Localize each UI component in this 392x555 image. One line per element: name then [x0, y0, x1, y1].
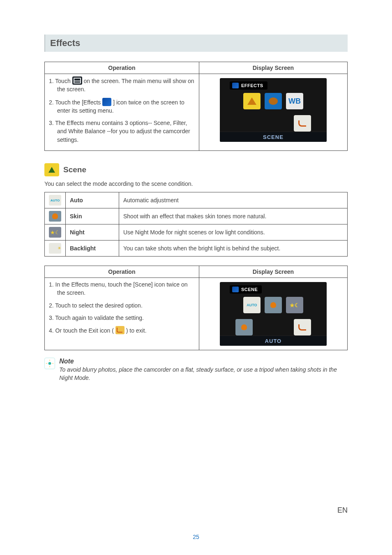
table-row: Skin Shoot with an effect that makes ski…	[45, 208, 348, 224]
screen-logo-icon	[232, 287, 239, 292]
col-display: Display Screen	[199, 266, 347, 278]
step4-part-b: ) to exit.	[126, 327, 147, 334]
screen-title-bar: EFFECTS	[230, 81, 267, 90]
backlight-mode-icon: ☀	[49, 243, 61, 254]
auto-select-icon: AUTO	[243, 297, 261, 313]
screen-title: EFFECTS	[241, 83, 263, 88]
mode-desc: Automatic adjustment	[119, 192, 348, 208]
col-display: Display Screen	[199, 62, 347, 74]
operation-steps: 1. Touch on the screen. The main menu wi…	[45, 74, 199, 151]
return-icon	[294, 319, 311, 335]
screen-caption: SCENE	[263, 134, 284, 140]
language-code: EN	[337, 506, 348, 515]
mode-desc: Use Night Mode for night scenes or low l…	[119, 224, 348, 240]
step1-part-a: 1. Touch	[49, 78, 72, 84]
night-select-icon: ★☾	[286, 297, 303, 313]
wb-option-icon: WB	[286, 93, 303, 109]
scene-badge-icon	[44, 163, 59, 176]
skin-select-icon	[265, 297, 282, 313]
scene-screen-mock: SCENE AUTO ★☾ AUTO	[220, 282, 327, 346]
step3: 3. Touch again to validate the setting.	[49, 314, 195, 322]
screen-logo-icon	[232, 83, 239, 88]
heading-text: Effects	[50, 38, 343, 49]
step1: 1. In the Effects menu, touch the [Scene…	[49, 280, 195, 297]
page-number: 25	[0, 534, 392, 540]
screen-caption-bar: AUTO	[220, 335, 327, 346]
display-screen-cell: EFFECTS WB SCENE	[199, 74, 347, 151]
mode-name: Skin	[70, 213, 82, 220]
scene-heading: Scene	[63, 165, 86, 174]
step3: 3. The Effects menu contains 3 options--…	[49, 119, 195, 144]
col-operation: Operation	[45, 266, 199, 278]
scene-modes-table: AUTO Auto Automatic adjustment Skin Shoo…	[44, 192, 348, 257]
note-body: To avoid blurry photos, place the camcor…	[59, 366, 348, 382]
screen-caption: AUTO	[265, 338, 282, 344]
skin-mode-icon	[49, 211, 61, 222]
screen-title-bar: SCENE	[230, 285, 262, 294]
scene-intro: You can select the mode according to the…	[44, 180, 348, 187]
return-icon	[294, 115, 311, 132]
effects-screen-mock: EFFECTS WB SCENE	[220, 78, 327, 142]
filter-option-icon	[265, 93, 282, 109]
mode-name: Auto	[70, 197, 83, 204]
main-menu-grid-icon	[72, 76, 82, 85]
table-row: AUTO Auto Automatic adjustment	[45, 192, 348, 208]
table-row: ☀ Backlight You can take shots when the …	[45, 240, 348, 257]
mode-name: Night	[70, 229, 85, 236]
mode-desc: You can take shots when the bright light…	[119, 240, 348, 257]
step2: 2. Touch to select the desired option.	[49, 301, 195, 310]
mode-name: Backlight	[70, 245, 96, 252]
mode-desc: Shoot with an effect that makes skin ton…	[119, 208, 348, 224]
table-row: ★☾ Night Use Night Mode for night scenes…	[45, 224, 348, 240]
backlight-select-icon	[235, 319, 253, 335]
section-heading: Effects	[44, 35, 348, 52]
auto-mode-icon: AUTO	[49, 195, 61, 206]
step2-part-a: 2. Touch the [Effects	[49, 99, 102, 106]
col-operation: Operation	[45, 62, 199, 74]
screen-title: SCENE	[241, 287, 258, 292]
effects-operation-table: Operation Display Screen 1. Touch on the…	[44, 62, 348, 151]
scene-operation-table: Operation Display Screen 1. In the Effec…	[44, 266, 348, 350]
night-mode-icon: ★☾	[49, 227, 61, 238]
effects-icon	[102, 98, 111, 106]
exit-icon	[115, 326, 125, 334]
note-title: Note	[59, 358, 348, 365]
note-icon	[44, 358, 55, 369]
scene-option-icon	[243, 93, 261, 109]
display-screen-cell: SCENE AUTO ★☾ AUTO	[199, 278, 347, 350]
screen-caption-bar: SCENE	[220, 132, 327, 142]
svg-point-0	[48, 362, 51, 365]
step4-part-a: 4. Or touch the Exit icon (	[49, 327, 115, 334]
operation-steps: 1. In the Effects menu, touch the [Scene…	[45, 278, 199, 350]
